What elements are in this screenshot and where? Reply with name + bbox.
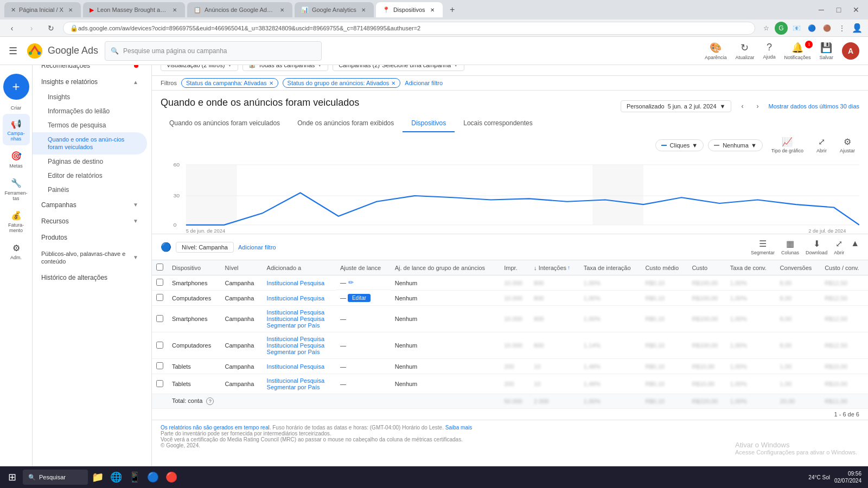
date-picker[interactable]: Personalizado 5 jun. a 2 jul. 2024 ▼	[621, 100, 732, 112]
saiba-mais-link[interactable]: Saiba mais	[445, 425, 472, 431]
collapse-button[interactable]: ▲	[851, 239, 859, 255]
col-nivel[interactable]: Nível	[220, 260, 262, 275]
tab2-close[interactable]: ✕	[171, 6, 178, 14]
row3-link3[interactable]: Segmentar por País	[267, 322, 320, 329]
bookmark-icon[interactable]: ☆	[760, 22, 773, 35]
status-grupo-filter[interactable]: Status do grupo de anúncios: Ativados ✕	[283, 78, 401, 88]
col-sort-dispositivo[interactable]: Dispositivo	[172, 265, 201, 271]
taskbar-icon2[interactable]: 🔵	[144, 468, 162, 486]
tab1-close[interactable]: ✕	[67, 6, 74, 14]
profile-icon[interactable]: 👤	[851, 22, 864, 35]
atualizar-button[interactable]: ↻ Atualizar	[735, 42, 754, 60]
start-button[interactable]: ⊞	[2, 467, 22, 487]
row1-link[interactable]: Institucional Pesquisa	[267, 280, 324, 286]
nav-campanhas[interactable]: Campanhas ▼	[33, 197, 147, 213]
notificacoes-button[interactable]: 🔔 Notificações 1	[784, 42, 810, 60]
tab-5[interactable]: 📍 Dispositivos ✕	[376, 2, 443, 17]
total-help-icon[interactable]: ?	[206, 397, 214, 405]
create-button[interactable]: +	[3, 74, 29, 100]
row6-checkbox[interactable]	[156, 380, 163, 387]
taskbar-chrome[interactable]: 🌐	[107, 468, 125, 486]
tab-3[interactable]: 📋 Anúncios de Google Ads para... ✕	[187, 2, 292, 17]
row1-edit-icon[interactable]: ✏	[348, 279, 354, 286]
col-sort-interacoes[interactable]: ↓ Interações ↑	[534, 265, 570, 271]
tab4-close[interactable]: ✕	[360, 6, 367, 14]
col-aj-lance-grupo[interactable]: Aj. de lance do grupo de anúncios	[391, 260, 500, 275]
taskbar-search[interactable]: 🔍 Pesquisar	[23, 470, 88, 485]
reload-button[interactable]: ↻	[43, 21, 59, 36]
taskbar-icon1[interactable]: 📱	[126, 468, 143, 486]
header-search[interactable]: 🔍 Pesquise uma página ou campanha	[105, 41, 322, 61]
campanhas-nav-icon[interactable]: 📢 Campa-nhas	[3, 114, 30, 145]
taskbar-icon3[interactable]: 🔴	[163, 468, 180, 486]
row2-link[interactable]: Institucional Pesquisa	[267, 295, 324, 301]
col-custo-conv[interactable]: Custo / conv.	[820, 260, 868, 275]
col-taxa-interacao[interactable]: Taxa de interação	[579, 260, 641, 275]
nav-recursos[interactable]: Recursos ▼	[33, 213, 147, 229]
faturamento-nav-icon[interactable]: 💰 Fatura-mento	[3, 206, 30, 237]
row1-checkbox[interactable]	[156, 279, 163, 286]
tab3-close[interactable]: ✕	[278, 6, 286, 14]
nav-insights[interactable]: Insights	[33, 90, 147, 104]
hamburger-menu[interactable]: ☰	[9, 45, 17, 57]
col-custo[interactable]: Custo	[687, 260, 725, 275]
nav-paineis[interactable]: Painéis	[33, 183, 147, 197]
row4-link3[interactable]: Segmentar por País	[267, 349, 320, 355]
url-bar[interactable]: 🔒 ads.google.com/aw/devices?ocid=8966975…	[63, 22, 755, 35]
status-camp-close[interactable]: ✕	[269, 80, 273, 86]
row3-link1[interactable]: Institucional Pesquisa	[267, 309, 324, 316]
tab-locais[interactable]: Locais correspondentes	[455, 115, 541, 132]
back-button[interactable]: ‹	[4, 21, 20, 36]
row3-link2[interactable]: Institucional Pesquisa	[267, 316, 324, 322]
row2-edit-button[interactable]: Editar	[348, 294, 371, 302]
chart-abrir-button[interactable]: ⤢ Abrir	[812, 134, 831, 156]
ferramentas-nav-icon[interactable]: 🔧 Ferramen-tas	[3, 174, 30, 205]
nav-publicos[interactable]: Públicos-alvo, palavras-chave e conteúdo…	[33, 246, 147, 270]
footer-link[interactable]: Os relatórios não são gerados em tempo r…	[161, 425, 271, 431]
metas-nav-icon[interactable]: 🎯 Metas	[3, 146, 30, 172]
row4-link1[interactable]: Institucional Pesquisa	[267, 336, 324, 342]
col-taxa-conv[interactable]: Taxa de conv.	[726, 260, 776, 275]
nav-termos-pesquisa[interactable]: Termos de pesquisa	[33, 118, 147, 132]
tab-dispositivos[interactable]: Dispositivos	[403, 115, 455, 132]
tipo-grafico-button[interactable]: 📈 Tipo de gráfico	[767, 134, 808, 156]
tab-2[interactable]: ▶ Leon Massey Brought a Bear | ✕	[83, 2, 185, 17]
download-button[interactable]: ⬇ Download	[806, 239, 827, 255]
new-tab-button[interactable]: +	[445, 2, 460, 17]
extensions-icon[interactable]: G	[775, 22, 788, 35]
row3-checkbox[interactable]	[156, 315, 163, 322]
row6-link2[interactable]: Segmentar por País	[267, 384, 320, 390]
nav-produtos[interactable]: Produtos	[33, 229, 147, 246]
taskbar-file-explorer[interactable]: 📁	[89, 468, 106, 486]
adicionar-filtro-btn[interactable]: Adicionar filtro	[405, 80, 443, 86]
salvar-button[interactable]: 💾 Salvar	[819, 42, 833, 60]
row5-checkbox[interactable]	[156, 362, 163, 369]
select-all-checkbox[interactable]	[156, 264, 163, 271]
tab-quando[interactable]: Quando os anúncios foram veiculados	[161, 115, 289, 132]
tab-onde[interactable]: Onde os anúncios foram exibidos	[289, 115, 403, 132]
status-grupo-close[interactable]: ✕	[391, 80, 395, 86]
segmentar-button[interactable]: ☰ Segmentar	[751, 239, 775, 255]
ext3-icon[interactable]: 🔵	[805, 22, 818, 35]
col-dispositivo[interactable]: Dispositivo	[168, 260, 220, 275]
col-interacoes[interactable]: ↓ Interações ↑	[529, 260, 579, 275]
nav-quando-onde[interactable]: Quando e onde os anún-cios foram veicula…	[33, 132, 147, 155]
row4-link2[interactable]: Institucional Pesquisa	[267, 342, 324, 349]
col-adicionado[interactable]: Adicionado a	[263, 260, 336, 275]
metric2-dropdown[interactable]: Nenhuma ▼	[708, 139, 763, 151]
forward-button[interactable]: ›	[24, 21, 39, 36]
nav-historico[interactable]: Histórico de alterações	[33, 269, 147, 286]
table-abrir-button[interactable]: ⤢ Abrir	[834, 239, 844, 255]
row5-link[interactable]: Institucional Pesquisa	[267, 363, 324, 370]
col-conversoes[interactable]: Conversões	[776, 260, 821, 275]
ajuda-button[interactable]: ? Ajuda	[763, 42, 775, 60]
settings-icon[interactable]: ⋮	[835, 22, 848, 35]
status-campanha-filter[interactable]: Status da campanha: Ativadas ✕	[181, 78, 278, 88]
nav-insights-relatorios[interactable]: Insights e relatórios ▲	[33, 74, 147, 90]
nav-paginas-destino[interactable]: Páginas de destino	[33, 155, 147, 169]
close-browser-button[interactable]: ✕	[848, 2, 864, 17]
ext2-icon[interactable]: 📧	[790, 22, 803, 35]
col-impr[interactable]: Impr.	[500, 260, 529, 275]
tab-1[interactable]: ✕ Página Inicial / X ✕	[4, 2, 81, 17]
col-custo-medio[interactable]: Custo médio	[641, 260, 687, 275]
